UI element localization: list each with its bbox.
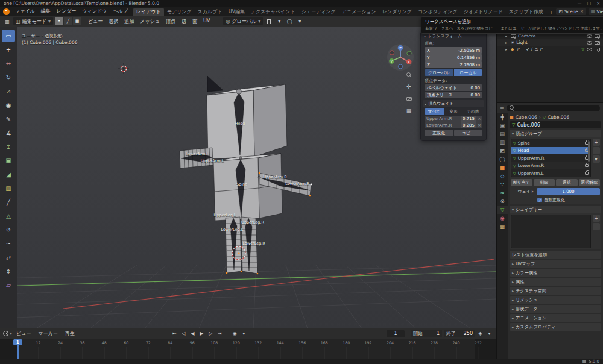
- jump-to-end-button[interactable]: ⇥: [216, 330, 224, 337]
- vertex-group-row[interactable]: ▽ Head: [511, 147, 590, 155]
- vertex-group-row[interactable]: ▽ LowerArm.R: [511, 162, 590, 170]
- menu-view[interactable]: ビュー: [85, 18, 106, 25]
- section-animation[interactable]: ▸ アニメーション: [510, 314, 601, 322]
- add-rest-position-row[interactable]: レスト位置を追加: [510, 251, 601, 259]
- vertex-select-button[interactable]: •: [55, 17, 63, 25]
- play-reverse-button[interactable]: ◀: [189, 330, 197, 337]
- playhead-frame-badge[interactable]: 1: [13, 339, 22, 345]
- remove-weight-icon[interactable]: ×: [476, 122, 482, 128]
- menu-mesh[interactable]: メッシュ: [137, 18, 163, 25]
- tool-move[interactable]: ↔: [2, 57, 15, 70]
- camera-render-icon[interactable]: [595, 48, 600, 51]
- menu-help[interactable]: ヘルプ: [110, 7, 131, 16]
- properties-tab-output[interactable]: ▤: [497, 130, 508, 138]
- viewport-3d[interactable]: ▭+↔↻⊿◉✎∡↥▣◢▥╱△↺~⇄⇕▱ ユーザー・透視投影 (1) Cube.0…: [0, 27, 496, 328]
- section-attributes[interactable]: ▸ 属性: [510, 278, 601, 286]
- pan-button[interactable]: ✛: [405, 82, 414, 91]
- normalize-button[interactable]: 正規化: [425, 130, 453, 136]
- tool-transform[interactable]: ◉: [2, 99, 15, 111]
- auto-keying-button[interactable]: ◉: [231, 330, 239, 337]
- menu-uv[interactable]: UV: [200, 18, 213, 25]
- tool-inset-faces[interactable]: ▣: [2, 154, 15, 167]
- workspace-tab-uv[interactable]: UV編集: [226, 8, 248, 16]
- breadcrumb-data[interactable]: Cube.006: [548, 115, 569, 120]
- properties-editor-icon[interactable]: ≡: [500, 105, 504, 111]
- tool-rotate[interactable]: ↻: [2, 71, 15, 84]
- menu-face[interactable]: 面: [189, 18, 200, 25]
- vertex-group-row[interactable]: ▽ Spine: [511, 139, 590, 147]
- toggle-perspective-button[interactable]: ▦: [405, 106, 414, 115]
- properties-tab-physics[interactable]: ≈: [497, 189, 508, 197]
- tool-select-box[interactable]: ▭: [2, 30, 15, 42]
- editor-type-button[interactable]: ▦: [3, 17, 11, 25]
- properties-tab-constraints[interactable]: ⊗: [497, 197, 508, 206]
- copy-button[interactable]: コピー: [454, 130, 483, 136]
- remove-button[interactable]: 削除: [534, 179, 555, 186]
- tool-smooth[interactable]: ~: [2, 237, 15, 250]
- local-button[interactable]: ローカル: [454, 69, 483, 76]
- menu-edge[interactable]: 辺: [178, 18, 189, 25]
- prev-keyframe-button[interactable]: ◁: [180, 330, 188, 337]
- outliner-item-light[interactable]: ▸ ☀ Light: [497, 39, 603, 46]
- add-vertex-group-button[interactable]: +: [593, 139, 600, 146]
- workspace-tab-shading[interactable]: シェーディング: [298, 8, 339, 16]
- tool-annotate[interactable]: ✎: [2, 113, 15, 125]
- properties-tab-object[interactable]: ■: [497, 163, 508, 172]
- timeline-menu-playback[interactable]: 再生: [62, 330, 78, 337]
- close-button[interactable]: ×: [596, 0, 600, 7]
- vertex-group-row[interactable]: ▽ UpperArm.L: [511, 169, 590, 177]
- workspace-tab-scripting[interactable]: スクリプト作成: [506, 8, 546, 16]
- section-color-attributes[interactable]: ▸ カラー属性: [510, 269, 601, 277]
- scene-selector[interactable]: ◩ Scene ×: [556, 8, 586, 15]
- eye-icon[interactable]: [587, 34, 592, 38]
- mesh-name-field[interactable]: ▽ Cube.006: [510, 121, 601, 128]
- menu-file[interactable]: ファイル: [12, 7, 38, 16]
- tool-bevel[interactable]: ◢: [2, 168, 15, 181]
- vertex-z-field[interactable]: Z 2.7608 m: [425, 61, 482, 68]
- vertex-group-row[interactable]: ▽ UpperArm.R: [511, 154, 590, 162]
- edge-select-button[interactable]: ╱: [64, 17, 72, 25]
- next-keyframe-button[interactable]: ▷: [207, 330, 215, 337]
- properties-tab-world[interactable]: ◯: [497, 155, 508, 163]
- menu-render[interactable]: レンダー: [54, 7, 80, 16]
- properties-tab-particles[interactable]: ∵: [497, 180, 508, 189]
- add-shape-key-button[interactable]: +: [593, 215, 600, 222]
- mode-dropdown[interactable]: ◫ 編集モード ▾: [13, 17, 53, 25]
- vertex-y-field[interactable]: Y 0.14356 m: [425, 54, 482, 61]
- bevel-weight-field[interactable]: ベベルウェイト 0.00: [425, 84, 482, 91]
- remove-shape-key-button[interactable]: −: [593, 223, 600, 230]
- shape-keys-list[interactable]: [511, 215, 591, 248]
- properties-tab-material[interactable]: ◉: [497, 214, 508, 222]
- menu-vertex[interactable]: 頂点: [163, 18, 178, 25]
- vertex-weights-header[interactable]: ▾ 頂点ウェイト: [423, 100, 484, 107]
- jump-to-start-button[interactable]: ⇤: [171, 330, 178, 337]
- tool-shrink-fatten[interactable]: ⇕: [2, 265, 15, 278]
- weight-group-name[interactable]: UpperArm.R: [425, 116, 461, 122]
- zoom-button[interactable]: [405, 70, 414, 79]
- workspace-tab-geometry-nodes[interactable]: ジオメトリノード: [461, 8, 506, 16]
- section-texture-space[interactable]: ▸ テクスチャ空間: [510, 287, 601, 295]
- weight-slider[interactable]: 1.000: [537, 188, 600, 195]
- weight-value-field[interactable]: 0.715: [461, 116, 476, 122]
- frame-start-field[interactable]: 開始 1: [411, 330, 442, 337]
- deselect-button[interactable]: 選択解除: [579, 179, 601, 186]
- section-remesh[interactable]: ▸ リメッシュ: [510, 296, 601, 304]
- properties-tab-modifiers[interactable]: ◇: [497, 172, 508, 180]
- tool-loop-cut[interactable]: ▥: [2, 182, 15, 195]
- workspace-tab-modeling[interactable]: モデリング: [164, 8, 195, 16]
- blender-logo-icon[interactable]: [3, 8, 10, 15]
- workspace-tab-sculpting[interactable]: スカルプト: [195, 8, 226, 16]
- section-uv-maps[interactable]: ▸ UVマップ: [510, 260, 601, 268]
- menu-window[interactable]: ウィンドウ: [79, 7, 110, 16]
- properties-tab-scene[interactable]: ◩: [497, 146, 508, 155]
- view-layer-selector[interactable]: ▥ ViewLayer ×: [589, 8, 603, 15]
- eye-icon[interactable]: [587, 41, 592, 45]
- tool-knife[interactable]: ╱: [2, 196, 15, 209]
- tool-measure[interactable]: ∡: [2, 127, 15, 139]
- properties-tab-texture[interactable]: ▩: [497, 222, 508, 231]
- tool-poly-build[interactable]: △: [2, 210, 15, 222]
- tool-scale[interactable]: ⊿: [2, 85, 15, 98]
- workspace-tab-animation[interactable]: アニメーション: [339, 8, 379, 16]
- section-geometry-data[interactable]: ▸ 形状データ: [510, 305, 601, 313]
- current-frame-field[interactable]: 1: [387, 330, 405, 337]
